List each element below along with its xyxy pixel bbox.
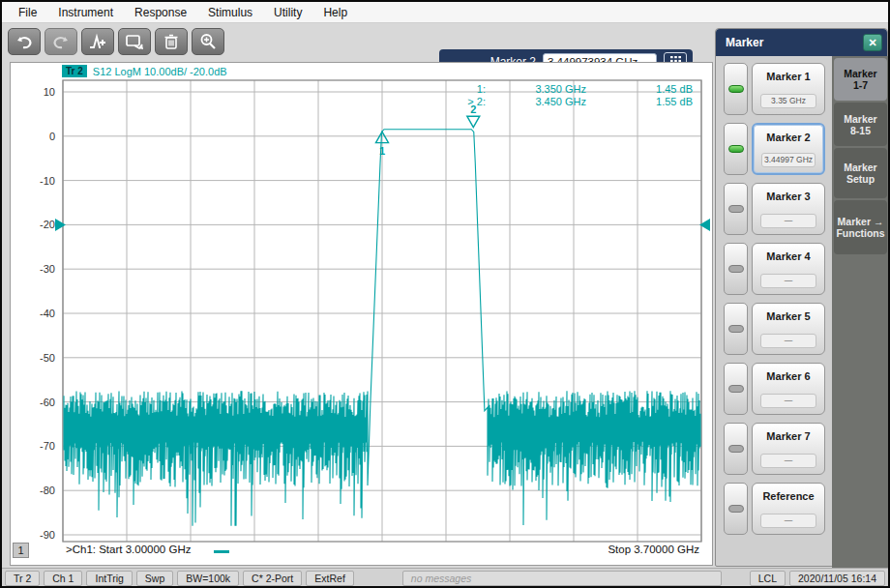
zoom-icon xyxy=(199,33,217,50)
delete-button[interactable] xyxy=(155,28,188,55)
menu-help[interactable]: Help xyxy=(314,4,356,21)
status-trigger: IntTrig xyxy=(86,571,132,586)
tab-marker-8-15[interactable]: Marker8-15 xyxy=(834,103,887,146)
display-setup-icon xyxy=(125,33,144,50)
marker-enabled-led xyxy=(728,85,744,93)
marker-toggle-button[interactable] xyxy=(724,243,748,295)
marker-button-value: — xyxy=(760,394,816,408)
marker-button-value: 3.35 GHz xyxy=(760,94,816,108)
tab-marker-functions[interactable]: Marker →Functions xyxy=(834,200,887,254)
trash-icon xyxy=(163,33,179,50)
y-tick-label: -80 xyxy=(16,485,55,496)
marker-button[interactable]: Marker 5— xyxy=(752,303,825,355)
marker-readout-row-2: > 2: 3.450 GHz 1.55 dB xyxy=(453,96,693,108)
marker-toggle-button[interactable] xyxy=(724,303,748,355)
menu-instrument[interactable]: Instrument xyxy=(49,4,122,21)
redo-icon xyxy=(51,33,71,50)
plot-area[interactable]: 12 xyxy=(11,63,714,567)
marker-button-label: Marker 4 xyxy=(753,250,824,262)
marker-enabled-led xyxy=(728,205,744,213)
marker-button-value: — xyxy=(760,454,816,468)
status-datetime: 2020/11/05 16:14 xyxy=(789,571,885,586)
redo-button[interactable] xyxy=(44,28,77,55)
y-tick-label: 0 xyxy=(16,131,55,142)
marker-button-value: — xyxy=(760,514,816,528)
tab-marker-setup[interactable]: MarkerSetup xyxy=(834,148,887,198)
marker2-frequency: 3.450 GHz xyxy=(486,96,586,108)
marker-button[interactable]: Marker 23.44997 GHz xyxy=(752,123,825,175)
marker-button[interactable]: Reference— xyxy=(752,483,825,535)
status-message: no messages xyxy=(402,571,722,586)
menu-bar: File Instrument Response Stimulus Utilit… xyxy=(2,2,888,23)
status-sweep: Swp xyxy=(136,571,173,586)
zoom-button[interactable] xyxy=(192,28,224,55)
marker-enabled-led xyxy=(728,505,744,513)
menu-response[interactable]: Response xyxy=(126,4,195,21)
marker-enabled-led xyxy=(728,445,744,453)
marker-button[interactable]: Marker 6— xyxy=(752,363,825,415)
y-tick-label: -50 xyxy=(16,352,55,364)
marker-enabled-led xyxy=(728,325,744,333)
y-tick-label: -30 xyxy=(16,263,55,275)
panel-titlebar: Marker ✕ xyxy=(716,29,887,56)
marker2-id: > 2: xyxy=(453,96,486,108)
y-tick-label: 10 xyxy=(16,86,55,98)
y-tick-label: -20 xyxy=(16,219,55,230)
marker-button-value: — xyxy=(760,334,816,348)
close-icon[interactable]: ✕ xyxy=(863,34,882,51)
marker-button-label: Reference xyxy=(753,490,824,502)
status-remote-local: LCL xyxy=(750,571,786,586)
menu-file[interactable]: File xyxy=(10,4,45,21)
y-tick-label: -40 xyxy=(16,308,55,319)
marker-button-label: Marker 2 xyxy=(754,132,823,143)
status-bandwidth: BW=100k xyxy=(177,571,239,586)
channel-badge: 1 xyxy=(13,543,29,558)
measurement-display[interactable]: Tr 2 S12 LogM 10.00dB/ -20.0dB 12 100-10… xyxy=(10,62,713,566)
add-marker-button[interactable] xyxy=(81,28,114,55)
add-marker-icon xyxy=(88,33,107,50)
marker-toggle-button[interactable] xyxy=(724,423,748,475)
menu-stimulus[interactable]: Stimulus xyxy=(199,4,261,21)
marker-button[interactable]: Marker 3— xyxy=(752,183,825,235)
status-extref: ExtRef xyxy=(306,571,354,586)
chart-footer: 1 >Ch1: Start 3.00000 GHz Stop 3.70000 G… xyxy=(11,542,712,565)
marker-readout-table: 1: 3.350 GHz 1.45 dB > 2: 3.450 GHz 1.55… xyxy=(453,83,693,108)
marker-toggle-button[interactable] xyxy=(724,123,748,175)
marker-button-value: 3.44997 GHz xyxy=(761,153,816,167)
status-bar: Tr 2 Ch 1 IntTrig Swp BW=100k C* 2-Port … xyxy=(2,568,888,588)
marker-softkey-panel: Marker ✕ Marker 13.35 GHzMarker 23.44997… xyxy=(715,28,888,567)
status-trace: Tr 2 xyxy=(5,571,40,586)
marker-readout-row-1: 1: 3.350 GHz 1.45 dB xyxy=(453,83,693,96)
marker-button[interactable]: Marker 4— xyxy=(752,243,825,295)
marker1-id: 1: xyxy=(453,83,486,96)
marker-button-value: — xyxy=(760,214,816,228)
marker-button-label: Marker 1 xyxy=(753,71,824,82)
y-tick-label: -10 xyxy=(16,175,55,187)
marker2-level: 1.55 dB xyxy=(586,96,693,108)
marker-toggle-button[interactable] xyxy=(724,183,748,235)
undo-button[interactable] xyxy=(8,28,41,55)
marker-button[interactable]: Marker 13.35 GHz xyxy=(752,63,825,115)
marker-toggle-button[interactable] xyxy=(724,483,748,535)
marker-button[interactable]: Marker 7— xyxy=(752,423,825,475)
marker-button-label: Marker 3 xyxy=(753,191,824,202)
y-tick-label: -60 xyxy=(16,397,55,408)
marker-toggle-button[interactable] xyxy=(724,63,748,115)
tab-marker-1-7[interactable]: Marker1-7 xyxy=(834,58,887,101)
menu-utility[interactable]: Utility xyxy=(265,4,311,21)
marker-button-value: — xyxy=(760,274,816,288)
softkey-tab-column: Marker1-7Marker8-15MarkerSetupMarker →Fu… xyxy=(832,56,889,568)
marker1-frequency: 3.350 GHz xyxy=(486,83,586,96)
undo-icon xyxy=(15,33,34,50)
start-frequency-label: >Ch1: Start 3.00000 GHz xyxy=(66,544,191,555)
marker-toggle-button[interactable] xyxy=(724,363,748,415)
marker-button-label: Marker 7 xyxy=(753,430,824,442)
y-tick-label: -90 xyxy=(16,529,55,541)
status-calibration: C* 2-Port xyxy=(243,571,302,586)
display-setup-button[interactable] xyxy=(118,28,151,55)
marker-2-symbol xyxy=(467,116,480,127)
marker-enabled-led xyxy=(728,145,744,153)
marker1-level: 1.45 dB xyxy=(586,83,693,96)
ref-level-arrow-left xyxy=(55,219,66,231)
status-channel: Ch 1 xyxy=(44,571,82,586)
